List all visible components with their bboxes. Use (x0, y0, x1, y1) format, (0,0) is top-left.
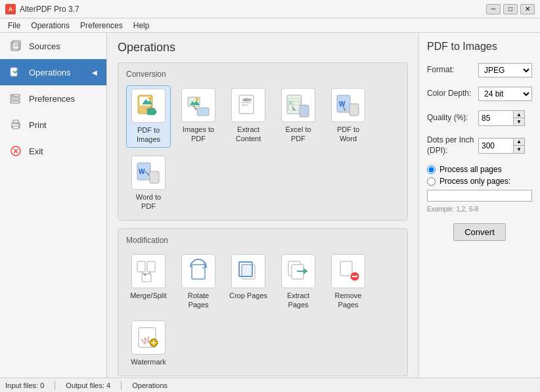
process-all-radio[interactable] (427, 165, 436, 174)
preferences-icon (9, 92, 22, 105)
svg-rect-60 (192, 265, 205, 279)
dpi-spinner: ▲ ▼ (478, 138, 525, 154)
svg-rect-56 (142, 274, 151, 282)
pdf-to-images-icon (131, 89, 166, 123)
op-images-to-pdf[interactable]: Images toPDF (176, 85, 221, 148)
operations-icon (9, 66, 22, 79)
menu-file[interactable]: File (3, 20, 26, 32)
menu-help[interactable]: Help (128, 20, 155, 32)
sidebar-item-print[interactable]: Print (0, 112, 106, 138)
output-files-status: Output files: 4 (66, 381, 110, 389)
convert-button[interactable]: Convert (453, 223, 506, 241)
process-only-label: Process only pages: (439, 177, 510, 186)
preferences-label: Preferences (29, 94, 75, 104)
modification-section: Modification Merge/Split (118, 229, 408, 376)
dpi-row: Dots per Inch(DPI): ▲ ▼ (427, 135, 532, 156)
quality-label: Quality (%): (427, 113, 474, 123)
dpi-down-button[interactable]: ▼ (514, 146, 524, 153)
svg-rect-46 (349, 104, 359, 116)
color-depth-select[interactable]: 24 bit 8 bit 4 bit 1 bit (478, 87, 532, 101)
op-crop-pages[interactable]: Crop Pages (226, 251, 271, 313)
op-extract-pages[interactable]: ExtractPages (276, 251, 321, 313)
op-rotate-pages[interactable]: RotatePages (176, 251, 221, 313)
color-depth-label: Color Depth: (427, 89, 474, 99)
status-separator-1 (55, 381, 55, 390)
extract-pages-icon (281, 254, 315, 288)
sidebar-item-exit[interactable]: Exit (0, 138, 106, 164)
sidebar-item-sources[interactable]: Sources (0, 33, 106, 59)
dpi-input[interactable] (479, 139, 513, 153)
pages-example: Example: 1,2, 6-8 (427, 206, 532, 213)
svg-text:W: W (339, 100, 346, 108)
operations-arrow: ◀ (92, 69, 97, 76)
dpi-up-button[interactable]: ▲ (514, 139, 524, 146)
process-all-label: Process all pages (439, 165, 502, 174)
operations-label: Operations (29, 68, 71, 77)
quality-row: Quality (%): ▲ ▼ (427, 110, 532, 126)
rotate-pages-icon (181, 254, 215, 288)
merge-split-icon (131, 254, 166, 288)
excel-to-pdf-icon: X (281, 88, 315, 122)
sidebar-item-preferences[interactable]: Preferences (0, 85, 106, 112)
op-extract-content[interactable]: abc ExtractContent (226, 85, 271, 148)
extract-content-label: ExtractContent (236, 125, 261, 144)
minimize-button[interactable]: ─ (486, 4, 501, 14)
watermark-icon: W (131, 320, 166, 355)
op-watermark[interactable]: W Watermark (126, 318, 171, 369)
content-title: Operations (118, 41, 408, 54)
svg-rect-70 (340, 261, 352, 276)
merge-split-label: Merge/Split (130, 291, 167, 300)
svg-rect-41 (300, 105, 309, 117)
sidebar-item-operations[interactable]: Operations ◀ (0, 59, 106, 85)
op-pdf-to-images[interactable]: PDF toImages (126, 85, 171, 148)
svg-rect-8 (12, 95, 14, 96)
pages-input[interactable] (427, 190, 532, 202)
maximize-button[interactable]: □ (503, 4, 518, 14)
menu-operations[interactable]: Operations (26, 20, 75, 32)
color-depth-row: Color Depth: 24 bit 8 bit 4 bit 1 bit (427, 87, 532, 101)
app-icon: A (5, 4, 16, 14)
status-separator-2 (121, 381, 122, 390)
op-merge-split[interactable]: Merge/Split (126, 251, 171, 313)
quality-spinner-btns: ▲ ▼ (513, 111, 524, 125)
op-word-to-pdf[interactable]: W Word toPDF (126, 153, 171, 214)
excel-to-pdf-label: Excel toPDF (285, 125, 311, 144)
svg-rect-53 (150, 171, 159, 183)
modification-grid: Merge/Split RotatePages (126, 251, 399, 369)
format-label: Format: (427, 65, 474, 76)
input-files-status: Input files: 0 (5, 381, 44, 389)
conversion-section: Conversion (118, 62, 408, 221)
color-depth-control: 24 bit 8 bit 4 bit 1 bit (478, 87, 532, 101)
main-layout: Sources Operations ◀ Preferences (0, 33, 540, 378)
op-pdf-to-word[interactable]: W PDF toWord (326, 85, 371, 148)
status-bar: Input files: 0 Output files: 4 Operation… (0, 378, 540, 392)
dpi-control: ▲ ▼ (478, 138, 532, 154)
quality-down-button[interactable]: ▼ (514, 118, 524, 125)
pdf-to-word-icon: W (331, 88, 365, 122)
crop-pages-icon (231, 254, 265, 288)
mode-status: Operations (132, 381, 168, 389)
content-area: Operations Conversion (107, 33, 418, 378)
quality-input[interactable] (479, 111, 513, 125)
images-to-pdf-label: Images toPDF (183, 125, 214, 144)
rotate-pages-label: RotatePages (188, 291, 209, 310)
menu-preferences[interactable]: Preferences (75, 20, 128, 32)
format-select[interactable]: JPEG PNG BMP TIFF GIF (478, 63, 532, 77)
word-to-pdf-icon: W (131, 156, 166, 190)
svg-rect-7 (11, 101, 20, 103)
close-button[interactable]: ✕ (520, 4, 535, 14)
svg-text:W: W (139, 168, 145, 175)
remove-pages-label: RemovePages (335, 291, 362, 310)
conversion-grid: PDF toImages Images toPDF (126, 85, 399, 213)
op-excel-to-pdf[interactable]: X Excel toPDF (276, 85, 321, 148)
process-only-radio[interactable] (427, 177, 436, 186)
quality-spinner: ▲ ▼ (478, 110, 525, 126)
sources-label: Sources (29, 41, 60, 51)
dpi-label: Dots per Inch(DPI): (427, 135, 474, 156)
right-panel: PDF to Images Format: JPEG PNG BMP TIFF … (418, 33, 540, 378)
op-remove-pages[interactable]: RemovePages (326, 251, 371, 313)
svg-point-19 (148, 97, 151, 100)
pdf-to-word-label: PDF toWord (337, 125, 359, 144)
quality-up-button[interactable]: ▲ (514, 111, 524, 118)
word-to-pdf-label: Word toPDF (136, 192, 161, 211)
